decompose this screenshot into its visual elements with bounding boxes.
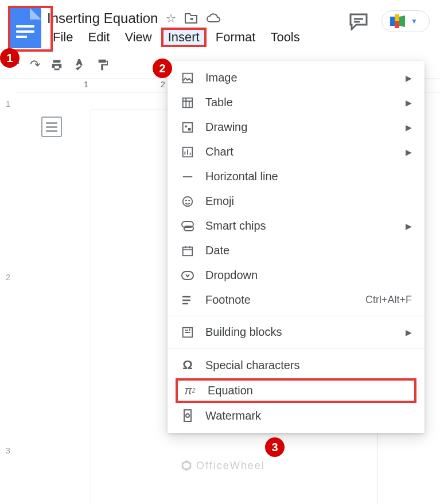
submenu-arrow-icon: ▶ bbox=[406, 328, 412, 337]
svg-rect-1 bbox=[395, 14, 399, 21]
menu-item-date[interactable]: Date bbox=[168, 238, 425, 263]
menu-insert[interactable]: Insert bbox=[161, 28, 207, 47]
submenu-arrow-icon: ▶ bbox=[406, 148, 412, 157]
table-icon bbox=[180, 96, 195, 109]
menu-item-table[interactable]: Table ▶ bbox=[168, 90, 425, 115]
horizontal-line-icon bbox=[180, 170, 195, 183]
menu-item-dropdown[interactable]: Dropdown bbox=[168, 263, 425, 288]
menu-separator bbox=[168, 316, 425, 316]
svg-rect-2 bbox=[395, 21, 399, 28]
print-icon[interactable] bbox=[50, 59, 63, 71]
menubar: File Edit View Insert Format Tools bbox=[47, 28, 306, 47]
menu-item-footnote[interactable]: Footnote Ctrl+Alt+F bbox=[168, 288, 425, 312]
svg-point-6 bbox=[185, 125, 187, 127]
svg-point-10 bbox=[185, 199, 187, 201]
ruler-tick-2: 2 bbox=[161, 80, 165, 89]
smart-chips-icon bbox=[180, 220, 195, 232]
svg-rect-14 bbox=[183, 247, 193, 255]
submenu-arrow-icon: ▶ bbox=[406, 98, 412, 107]
menu-label: Watermark bbox=[205, 409, 412, 422]
menu-item-horizontal-line[interactable]: Horizontal line bbox=[168, 164, 425, 189]
menu-label: Equation bbox=[208, 384, 410, 397]
svg-rect-7 bbox=[188, 127, 191, 130]
menu-label: Drawing bbox=[205, 121, 395, 134]
cloud-status-icon[interactable] bbox=[206, 11, 221, 25]
vertical-ruler[interactable]: 1 2 3 bbox=[0, 92, 16, 504]
vruler-1: 1 bbox=[6, 99, 10, 108]
footnote-icon bbox=[180, 295, 195, 305]
menu-item-image[interactable]: Image ▶ bbox=[168, 65, 425, 90]
annotation-callout-3: 3 bbox=[265, 437, 285, 457]
menu-label: Horizontal line bbox=[205, 170, 412, 183]
omega-icon: Ω bbox=[180, 358, 195, 373]
vruler-3: 3 bbox=[6, 446, 10, 455]
svg-rect-0 bbox=[390, 17, 395, 26]
menu-label: Emoji bbox=[205, 195, 412, 208]
menu-tools[interactable]: Tools bbox=[264, 28, 305, 47]
meet-button[interactable]: ▼ bbox=[381, 10, 430, 32]
svg-rect-17 bbox=[184, 410, 191, 421]
google-meet-icon bbox=[390, 14, 406, 28]
submenu-arrow-icon: ▶ bbox=[406, 222, 412, 231]
svg-rect-5 bbox=[183, 122, 193, 132]
menu-label: Special characters bbox=[205, 359, 412, 372]
menu-label: Image bbox=[205, 71, 395, 84]
menu-label: Footnote bbox=[205, 293, 355, 307]
chevron-down-icon: ▼ bbox=[411, 17, 418, 25]
move-icon[interactable] bbox=[184, 11, 198, 25]
google-docs-icon[interactable] bbox=[9, 8, 41, 48]
menu-label: Building blocks bbox=[205, 325, 395, 339]
menu-item-emoji[interactable]: Emoji bbox=[168, 189, 425, 214]
emoji-icon bbox=[180, 195, 195, 208]
svg-point-18 bbox=[186, 414, 189, 417]
menu-item-smart-chips[interactable]: Smart chips ▶ bbox=[168, 214, 425, 238]
menu-label: Table bbox=[205, 96, 395, 109]
menu-view[interactable]: View bbox=[119, 28, 157, 47]
menu-edit[interactable]: Edit bbox=[82, 28, 115, 47]
equation-icon: π2 bbox=[182, 384, 197, 397]
annotation-callout-2: 2 bbox=[153, 59, 172, 78]
menu-separator bbox=[168, 348, 425, 348]
building-blocks-icon bbox=[180, 326, 195, 339]
vruler-2: 2 bbox=[6, 273, 10, 282]
menu-item-special-characters[interactable]: Ω Special characters bbox=[168, 352, 425, 378]
submenu-arrow-icon: ▶ bbox=[406, 73, 412, 83]
menu-item-chart[interactable]: Chart ▶ bbox=[168, 139, 425, 164]
svg-point-11 bbox=[188, 199, 190, 201]
svg-rect-3 bbox=[183, 73, 193, 83]
annotation-callout-1: 1 bbox=[0, 48, 20, 68]
insert-menu-dropdown: Image ▶ Table ▶ Drawing ▶ Chart ▶ Horizo… bbox=[168, 61, 425, 433]
dropdown-icon bbox=[180, 270, 195, 281]
menu-item-equation[interactable]: π2 Equation bbox=[176, 378, 416, 403]
chart-icon bbox=[180, 146, 195, 158]
menu-item-watermark[interactable]: Watermark bbox=[168, 403, 425, 428]
submenu-arrow-icon: ▶ bbox=[406, 123, 412, 132]
drawing-icon bbox=[180, 121, 195, 134]
svg-rect-15 bbox=[182, 272, 193, 280]
menu-label: Dropdown bbox=[205, 269, 412, 282]
menu-label: Smart chips bbox=[205, 219, 395, 232]
star-icon[interactable]: ☆ bbox=[166, 11, 176, 25]
menu-shortcut: Ctrl+Alt+F bbox=[365, 294, 412, 306]
image-icon bbox=[180, 72, 195, 84]
watermark-icon bbox=[180, 409, 195, 422]
menu-label: Chart bbox=[205, 145, 395, 158]
menu-file[interactable]: File bbox=[47, 28, 79, 47]
ruler-tick-1: 1 bbox=[84, 80, 88, 89]
paint-format-icon[interactable] bbox=[96, 59, 109, 71]
document-title[interactable]: Inserting Equation bbox=[47, 10, 158, 26]
menu-format[interactable]: Format bbox=[210, 28, 262, 47]
document-outline-icon[interactable] bbox=[41, 117, 62, 137]
spellcheck-icon[interactable] bbox=[73, 59, 86, 71]
menu-label: Date bbox=[205, 244, 412, 257]
menu-item-building-blocks[interactable]: Building blocks ▶ bbox=[168, 320, 425, 344]
menu-item-drawing[interactable]: Drawing ▶ bbox=[168, 115, 425, 139]
comments-icon[interactable] bbox=[348, 12, 369, 30]
redo-icon[interactable]: ↷ bbox=[30, 57, 40, 72]
svg-rect-4 bbox=[183, 98, 193, 107]
svg-point-9 bbox=[183, 196, 193, 206]
calendar-icon bbox=[180, 245, 195, 257]
